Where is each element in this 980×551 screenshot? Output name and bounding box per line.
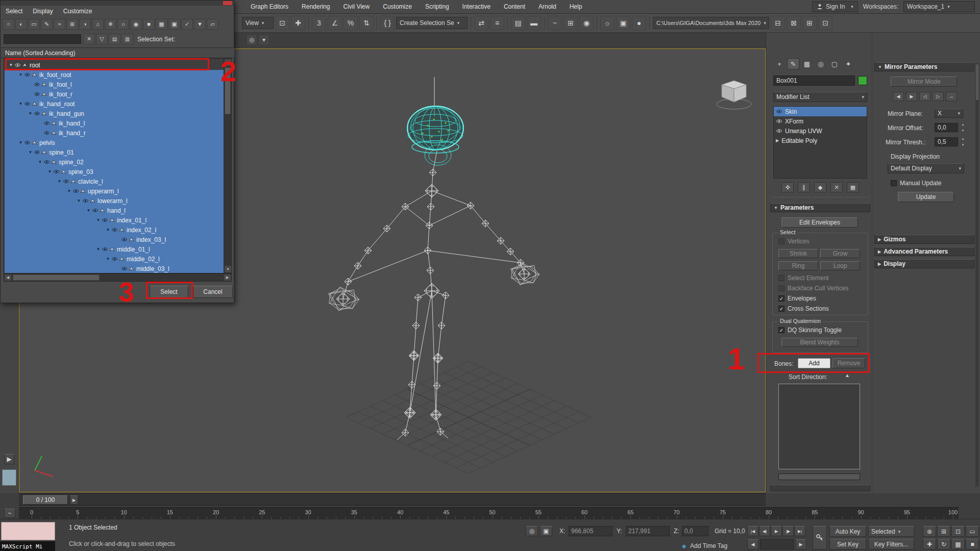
edit-envelopes-button[interactable]: Edit Envelopes <box>781 217 858 228</box>
close-icon[interactable] <box>223 1 232 5</box>
x-coordinate-field[interactable]: 966,805 <box>569 526 612 536</box>
select-element-checkbox[interactable]: Select Element <box>778 274 829 282</box>
expander-open-icon[interactable]: ▼ <box>85 208 92 213</box>
tree-item-upperarm_l[interactable]: ▼upperarm_l <box>5 186 224 196</box>
display-cameras-icon[interactable]: ≈ <box>54 19 65 30</box>
reference-coordinate-dropdown[interactable]: View▾ <box>242 17 274 29</box>
maximize-viewport-icon[interactable]: ▦ <box>951 539 965 549</box>
scrollbar-thumb[interactable] <box>13 274 100 281</box>
paste-blue-to-green-icon[interactable]: ▶ <box>906 92 917 101</box>
modifier-unwrap-uvw[interactable]: Unwrap UVW <box>774 126 867 136</box>
tab-utilities[interactable]: ✦ <box>842 58 854 69</box>
copy-list-icon[interactable]: ▣ <box>168 19 180 30</box>
backface-cull-checkbox[interactable]: Backface Cull Vertices <box>778 285 848 292</box>
eye-icon[interactable] <box>111 257 118 261</box>
z-coordinate-field[interactable]: 0,0 <box>682 526 708 536</box>
eye-icon[interactable] <box>24 72 31 77</box>
orbit-icon[interactable]: ↻ <box>937 539 950 549</box>
modifier-editable-poly[interactable]: ▶Editable Poly <box>774 136 867 145</box>
tree-item-clavicle_l[interactable]: ▼clavicle_l <box>5 177 224 186</box>
tree-item-pelvis[interactable]: ▼pelvis <box>5 138 224 147</box>
modifier-skin[interactable]: Skin <box>774 107 867 116</box>
tab-hierarchy[interactable]: ▦ <box>801 58 813 69</box>
pin-stack-icon[interactable]: ✜ <box>781 182 794 192</box>
mini-curve-editor-icon[interactable]: ~ <box>4 509 15 518</box>
ring-button[interactable]: Ring <box>778 261 818 270</box>
layer-manager-icon[interactable]: ▤ <box>511 16 525 30</box>
schematic-view-icon[interactable]: ⊞ <box>564 16 578 30</box>
eye-icon[interactable] <box>34 111 40 116</box>
zoom-all-icon[interactable]: ⊞ <box>937 526 950 537</box>
isolate-selection-toggle[interactable]: ◎ <box>526 526 538 536</box>
tree-item-index_01_l[interactable]: ▼index_01_l <box>5 215 224 225</box>
eye-icon[interactable] <box>34 150 40 155</box>
rollout-display[interactable]: ▶Display <box>874 259 974 268</box>
select-button[interactable]: Select <box>150 286 188 298</box>
tree-item-index_03_l[interactable]: index_03_l <box>5 235 224 244</box>
menu-arnold[interactable]: Arnold <box>532 0 563 13</box>
eye-icon[interactable] <box>24 140 31 145</box>
snap-toggle-3d-icon[interactable]: 3 <box>312 16 326 30</box>
tree-item-spine_02[interactable]: ▼spine_02 <box>5 157 224 167</box>
expander-open-icon[interactable]: ▼ <box>17 140 24 145</box>
import-scene-icon[interactable]: ⊟ <box>771 16 785 30</box>
tree-column-header[interactable]: Name (Sorted Ascending) <box>1 47 234 58</box>
previous-frame-button[interactable]: ◀| <box>759 526 770 536</box>
bones-weight-field[interactable] <box>778 473 860 480</box>
eye-icon[interactable] <box>43 131 50 135</box>
mirror-thresh-field[interactable]: 0,5 <box>935 137 958 146</box>
list-view-icon[interactable]: ▤ <box>109 34 120 44</box>
manual-update-checkbox[interactable]: Manual Update <box>891 180 941 187</box>
export-scene-icon[interactable]: ⊠ <box>787 16 801 30</box>
viewport-layout-tab[interactable] <box>2 469 16 486</box>
tree-item-index_02_l[interactable]: ▼index_02_l <box>5 225 224 235</box>
menu-civil-view[interactable]: Civil View <box>336 0 376 13</box>
viewport-extra-icon[interactable]: ■ <box>966 539 979 549</box>
display-groups-icon[interactable]: ⌂ <box>92 19 104 30</box>
remove-bones-button[interactable]: Remove <box>832 358 865 368</box>
display-xrefs-icon[interactable]: ❄ <box>105 19 116 30</box>
paste-green-to-blue-icon[interactable]: ◀ <box>893 92 904 101</box>
mirror-thresh-spinner[interactable] <box>960 137 966 146</box>
tree-item-ik_hand_l[interactable]: ik_hand_l <box>5 118 224 128</box>
tab-modify[interactable]: ✎ <box>787 58 799 69</box>
view-cube[interactable] <box>717 81 751 109</box>
expander-icon[interactable]: ▶ <box>776 138 779 143</box>
cross-sections-checkbox[interactable]: Cross Sections <box>778 305 829 312</box>
use-pivot-center-icon[interactable]: ⊡ <box>275 16 289 30</box>
expander-open-icon[interactable]: ▼ <box>76 198 82 203</box>
manage-scene-icon[interactable]: ⊡ <box>818 16 832 30</box>
material-editor-icon[interactable]: ◉ <box>579 16 594 30</box>
spinner-snap-icon[interactable]: ⇅ <box>359 16 374 30</box>
tree-item-lowerarm_l[interactable]: ▼lowerarm_l <box>5 196 224 206</box>
zoom-icon[interactable]: ⊕ <box>923 526 936 537</box>
rollout-gizmos[interactable]: ▶Gizmos <box>874 235 974 244</box>
menu-scripting[interactable]: Scripting <box>419 0 456 13</box>
current-frame-badge[interactable]: 0 / 100 <box>23 495 68 505</box>
panel-scrollbar[interactable] <box>975 63 979 487</box>
eye-icon[interactable] <box>776 119 782 123</box>
add-time-tag[interactable]: Add Time Tag <box>690 542 727 549</box>
tree-item-spine_01[interactable]: ▼spine_01 <box>5 147 224 157</box>
render-setup-icon[interactable]: ☼ <box>600 16 615 30</box>
set-keys-button[interactable] <box>813 526 827 549</box>
mirror-both-icon[interactable]: ↔ <box>946 92 957 101</box>
menu-graph-editors[interactable]: Graph Editors <box>244 0 295 13</box>
mirror-plane-dropdown[interactable]: X▾ <box>935 109 963 118</box>
parameters-rollout-header[interactable]: ▼Parameters <box>770 203 870 212</box>
dialog-menu-customize[interactable]: Customize <box>58 6 97 17</box>
mini-dropdown-arrow-icon[interactable]: ▾ <box>258 34 270 45</box>
share-scene-icon[interactable]: ⊞ <box>802 16 817 30</box>
scroll-right-icon[interactable]: ▶ <box>224 274 231 281</box>
configure-modifier-sets-icon[interactable]: ▦ <box>847 182 859 192</box>
tab-display[interactable]: ▢ <box>828 58 841 69</box>
eye-icon[interactable] <box>121 266 128 271</box>
vertices-checkbox[interactable]: Vertices <box>778 238 810 245</box>
eye-icon[interactable] <box>111 228 118 232</box>
sign-in-button[interactable]: Sign In ▾ <box>812 1 858 12</box>
display-shapes-icon[interactable]: ▭ <box>28 19 40 30</box>
scrollbar-thumb[interactable] <box>225 67 231 114</box>
tab-create[interactable]: + <box>773 58 786 69</box>
filter-funnel-icon[interactable]: ▼ <box>194 19 206 30</box>
add-bones-button[interactable]: Add <box>798 358 830 368</box>
